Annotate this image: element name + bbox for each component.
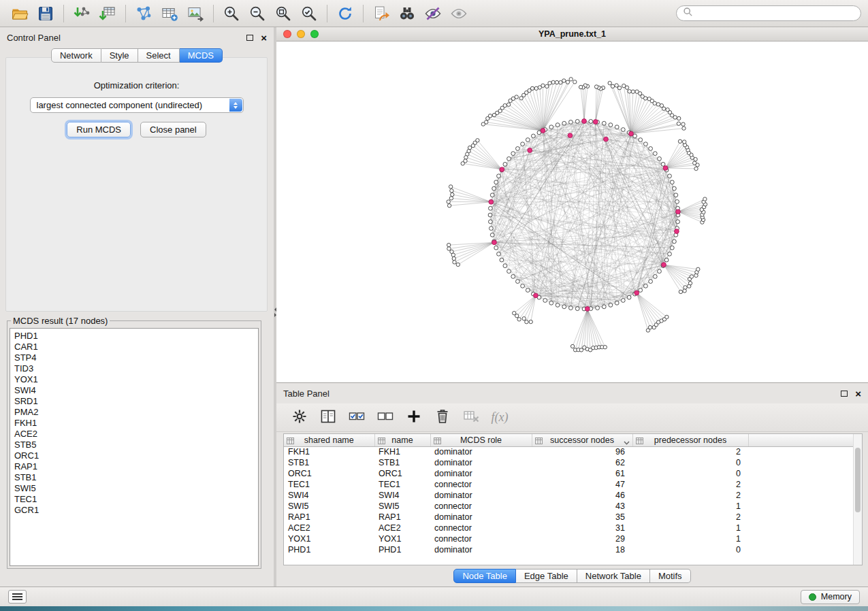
panel-menu-button[interactable] [8,590,27,604]
table-row[interactable]: SWI5SWI5connector431 [284,501,862,512]
zoom-selected-button[interactable] [297,3,321,24]
cell-name[interactable]: FKH1 [374,446,430,457]
control-tab-network[interactable]: Network [51,48,101,63]
select-all-button[interactable] [346,407,368,429]
table-row[interactable]: ORC1ORC1dominator610 [284,468,862,479]
cell-MCDS-role[interactable]: dominator [430,544,532,555]
mcds-node-item[interactable]: PHD1 [14,331,254,342]
cell-MCDS-role[interactable]: dominator [430,490,532,501]
float-table-panel-icon[interactable] [841,391,848,397]
cell-successor-nodes[interactable]: 29 [532,533,632,544]
float-panel-icon[interactable] [246,35,253,41]
mcds-node-item[interactable]: STB5 [14,440,254,450]
cell-predecessor-nodes[interactable]: 2 [632,479,748,490]
cell-MCDS-role[interactable]: dominator [430,457,532,468]
cell-shared-name[interactable]: ORC1 [284,468,374,479]
mcds-result-list[interactable]: PHD1CAR1STP4TID3YOX1SWI4SRD1PMA2FKH1ACE2… [10,328,259,566]
hide-selected-button[interactable] [421,3,445,24]
table-scrollbar[interactable] [853,434,862,565]
cell-MCDS-role[interactable]: connector [430,533,532,544]
minimize-window-icon[interactable] [297,30,305,38]
cell-MCDS-role[interactable]: connector [430,501,532,512]
table-tab-node-table[interactable]: Node Table [453,569,516,583]
mcds-node-item[interactable]: RAP1 [14,461,254,472]
close-table-panel-icon[interactable]: × [855,389,861,399]
table-row[interactable]: RAP1RAP1dominator352 [284,512,862,523]
search-input[interactable] [696,9,854,18]
cell-shared-name[interactable]: PHD1 [284,544,374,555]
cell-successor-nodes[interactable]: 31 [532,523,632,533]
find-button[interactable] [395,3,419,24]
cell-successor-nodes[interactable]: 46 [532,490,632,501]
cell-name[interactable]: SWI4 [374,490,430,501]
import-network-button[interactable] [69,3,94,24]
share-document-button[interactable] [369,3,393,24]
cell-name[interactable]: YOX1 [374,533,430,544]
cell-successor-nodes[interactable]: 96 [532,446,632,457]
table-tab-motifs[interactable]: Motifs [650,569,691,583]
cell-successor-nodes[interactable]: 43 [532,501,632,512]
mcds-node-item[interactable]: FKH1 [14,418,254,429]
cell-predecessor-nodes[interactable]: 1 [632,533,748,544]
cell-predecessor-nodes[interactable]: 1 [632,501,748,512]
cell-shared-name[interactable]: TEC1 [284,479,374,490]
cell-name[interactable]: TEC1 [374,479,430,490]
zoom-fit-button[interactable] [271,3,295,24]
table-row[interactable]: TEC1TEC1connector472 [284,479,862,490]
network-canvas[interactable] [276,42,868,382]
cell-successor-nodes[interactable]: 18 [532,544,632,555]
mcds-node-item[interactable]: STB1 [14,472,254,483]
control-tab-select[interactable]: Select [138,48,180,63]
cell-MCDS-role[interactable]: dominator [430,468,532,479]
column-header-shared-name[interactable]: shared name [284,434,374,446]
zoom-out-button[interactable] [245,3,270,24]
table-row[interactable]: SWI4SWI4dominator462 [284,490,862,501]
new-network-button[interactable] [131,3,156,24]
mcds-node-item[interactable]: GCR1 [14,505,254,516]
table-row[interactable]: FKH1FKH1dominator962 [284,446,862,457]
cell-MCDS-role[interactable]: connector [430,479,532,490]
column-header-MCDS-role[interactable]: MCDS role [430,434,532,446]
cell-shared-name[interactable]: SWI4 [284,490,374,501]
cell-predecessor-nodes[interactable]: 2 [632,446,748,457]
export-image-button[interactable] [183,3,208,24]
cell-successor-nodes[interactable]: 61 [532,468,632,479]
mcds-node-item[interactable]: SRD1 [14,396,254,407]
mcds-node-item[interactable]: SWI5 [14,483,254,494]
cell-name[interactable]: SWI5 [374,501,430,512]
criterion-dropdown[interactable]: largest connected component (undirected) [30,97,244,113]
import-table-button[interactable] [95,3,120,24]
delete-row-button[interactable] [432,407,453,429]
refresh-button[interactable] [333,3,357,24]
cell-predecessor-nodes[interactable]: 0 [632,544,748,555]
cell-successor-nodes[interactable]: 47 [532,479,632,490]
cell-shared-name[interactable]: RAP1 [284,512,374,523]
maximize-window-icon[interactable] [310,30,319,38]
mcds-node-item[interactable]: PMA2 [14,407,254,418]
run-mcds-button[interactable]: Run MCDS [67,122,131,137]
cell-shared-name[interactable]: ACE2 [284,523,374,533]
cell-predecessor-nodes[interactable]: 0 [632,468,748,479]
cell-predecessor-nodes[interactable]: 0 [632,457,748,468]
table-row[interactable]: ACE2ACE2connector311 [284,523,862,533]
add-row-button[interactable] [403,407,425,429]
table-row[interactable]: STB1STB1dominator620 [284,457,862,468]
memory-button[interactable]: Memory [801,590,860,604]
cell-name[interactable]: ACE2 [374,523,430,533]
cell-shared-name[interactable]: SWI5 [284,501,374,512]
cell-shared-name[interactable]: STB1 [284,457,374,468]
mcds-node-item[interactable]: CAR1 [14,342,254,352]
cell-name[interactable]: ORC1 [374,468,430,479]
table-row[interactable]: YOX1YOX1connector291 [284,533,862,544]
mcds-node-item[interactable]: STP4 [14,352,254,363]
table-scrollbar-thumb[interactable] [855,448,861,512]
cell-MCDS-role[interactable]: dominator [430,512,532,523]
table-row[interactable]: PHD1PHD1dominator180 [284,544,862,555]
mcds-node-item[interactable]: ORC1 [14,450,254,461]
cell-name[interactable]: PHD1 [374,544,430,555]
zoom-in-button[interactable] [219,3,244,24]
mcds-node-item[interactable]: TID3 [14,363,254,374]
cell-name[interactable]: RAP1 [374,512,430,523]
column-header-successor-nodes[interactable]: successor nodes [532,434,632,446]
mcds-node-item[interactable]: TEC1 [14,494,254,505]
